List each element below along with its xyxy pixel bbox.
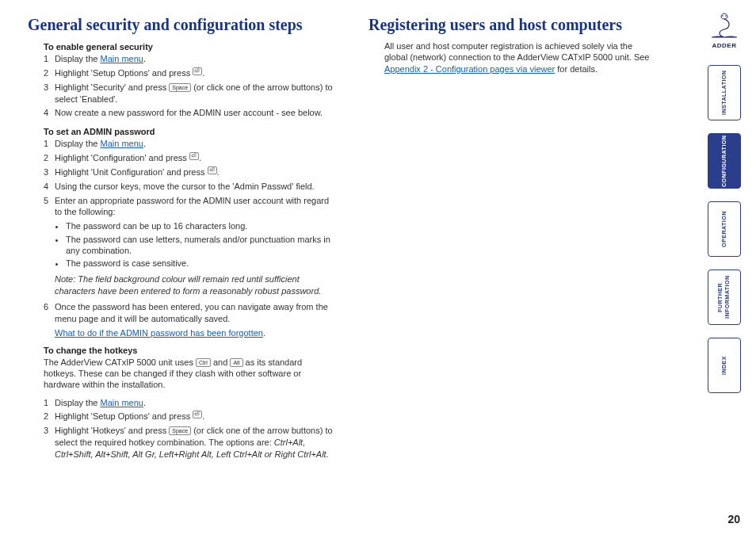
heading-registering-users: Registering users and host computers — [368, 16, 654, 34]
tab-index[interactable]: INDEX — [708, 338, 741, 393]
link-appendix-2[interactable]: Appendix 2 - Configuration pages via vie… — [384, 64, 555, 74]
subhead-enable-security: To enable general security — [44, 42, 337, 52]
link-forgotten-password[interactable]: What to do if the ADMIN password has bee… — [55, 328, 263, 338]
enter-key-icon — [189, 152, 199, 160]
heading-general-security: General security and configuration steps — [28, 16, 337, 34]
sidebar: ADDER INSTALLATION CONFIGURATION OPERATI… — [701, 12, 748, 393]
space-key-icon: Space — [169, 426, 191, 435]
svg-point-1 — [725, 15, 727, 17]
tab-configuration[interactable]: CONFIGURATION — [708, 133, 741, 189]
password-note: Note: The field background colour will r… — [55, 273, 337, 296]
subhead-set-admin-password: To set an ADMIN password — [44, 127, 337, 136]
space-key-icon: Space — [169, 83, 191, 92]
ctrl-key-icon: Ctrl — [196, 358, 211, 367]
enter-key-icon — [193, 67, 202, 75]
alt-key-icon: Alt — [230, 358, 242, 367]
adder-snake-icon — [708, 12, 740, 39]
subhead-change-hotkeys: To change the hotkeys — [44, 346, 337, 355]
link-main-menu[interactable]: Main menu — [100, 398, 143, 407]
brand-text: ADDER — [708, 42, 740, 49]
registering-body: All user and host computer registration … — [384, 40, 654, 75]
password-rules: The password can be up to 16 characters … — [66, 220, 337, 269]
steps-enable-security: 1Display the Main menu. 2Highlight 'Setu… — [44, 53, 337, 119]
link-main-menu[interactable]: Main menu — [100, 54, 143, 63]
enter-key-icon — [208, 166, 217, 174]
steps-admin-password: 1Display the Main menu. 2Highlight 'Conf… — [44, 138, 337, 218]
steps-change-hotkeys: 1Display the Main menu. 2Highlight 'Setu… — [44, 397, 337, 460]
nav-tabs: INSTALLATION CONFIGURATION OPERATION FUR… — [708, 65, 741, 393]
enter-key-icon — [193, 411, 202, 418]
tab-installation[interactable]: INSTALLATION — [708, 65, 741, 120]
hotkeys-intro: The AdderView CATxIP 5000 unit uses Ctrl… — [44, 357, 337, 391]
brand-logo: ADDER — [708, 12, 740, 49]
svg-point-0 — [722, 15, 724, 17]
tab-operation[interactable]: OPERATION — [708, 201, 741, 257]
tab-further-information[interactable]: FURTHER INFORMATION — [708, 269, 741, 325]
page-number: 20 — [727, 513, 740, 525]
link-main-menu[interactable]: Main menu — [100, 139, 143, 148]
right-column: Registering users and host computers All… — [361, 16, 678, 527]
left-column: General security and configuration steps… — [28, 16, 361, 527]
